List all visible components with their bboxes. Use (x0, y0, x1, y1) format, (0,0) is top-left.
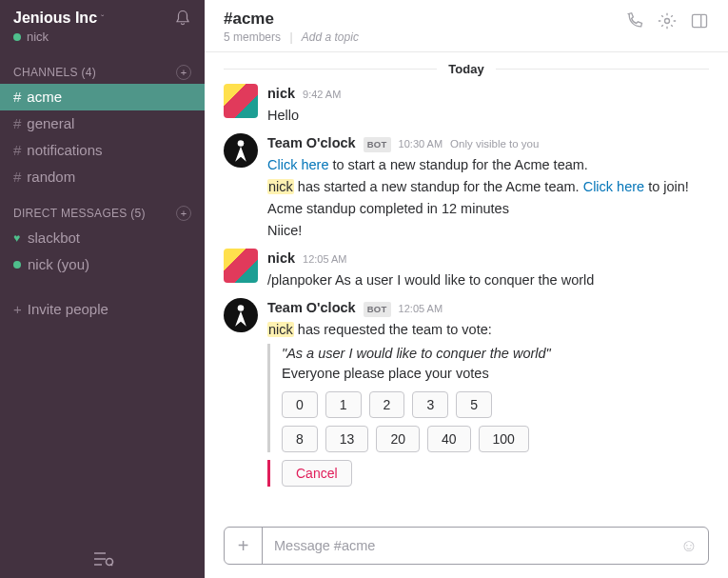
message-author[interactable]: nick (267, 84, 295, 104)
invite-label: Invite people (28, 301, 108, 317)
vote-button-5[interactable]: 5 (456, 391, 492, 418)
svg-rect-2 (693, 14, 707, 27)
gear-icon[interactable] (658, 11, 677, 30)
quick-switcher-icon[interactable] (91, 549, 114, 568)
attachment: "As a user I would like to conquer the w… (267, 344, 709, 452)
presence-dot-icon (13, 261, 21, 269)
channel-name[interactable]: #acme (224, 10, 359, 29)
messages-list: Today nick 9:42 AMHelloTeam O'clock BOT … (205, 52, 728, 527)
message-time: 12:05 AM (303, 252, 346, 268)
sidebar-current-user: nick (27, 30, 49, 44)
chevron-down-icon: ˇ (101, 14, 104, 25)
vote-button-20[interactable]: 20 (376, 426, 420, 452)
hash-icon: # (13, 112, 21, 135)
hash-icon: # (13, 86, 21, 109)
sidebar-dm-nick[interactable]: nick (you) (0, 251, 205, 278)
vote-button-40[interactable]: 40 (427, 426, 471, 452)
dm-count: (5) (130, 207, 146, 220)
channels-heading: CHANNELS (13, 66, 78, 79)
vote-button-0[interactable]: 0 (282, 391, 318, 418)
sidebar: Jenious Incˇ nick CHANNELS (4) + #acme#g… (0, 0, 205, 578)
message-time: 10:30 AM (399, 137, 443, 152)
vote-button-2[interactable]: 2 (369, 391, 405, 418)
mention[interactable]: nick (267, 179, 294, 194)
vote-button-13[interactable]: 13 (325, 426, 369, 452)
presence-dot-icon (13, 33, 21, 41)
message: Team O'clock BOT 10:30 AM Only visible t… (224, 133, 709, 241)
message-author[interactable]: nick (267, 249, 295, 269)
add-topic-button[interactable]: Add a topic (302, 30, 359, 44)
bot-badge: BOT (364, 302, 391, 317)
attachment: Cancel (267, 460, 709, 487)
sidebar-dm-slackbot[interactable]: ♥slackbot (0, 225, 205, 251)
message-text: Click here to start a new standup for th… (267, 155, 709, 175)
message-text: Niice! (267, 221, 709, 241)
team-name: Jenious Inc (13, 10, 97, 26)
ephemeral-label: Only visible to you (450, 136, 539, 152)
channels-count: (4) (81, 66, 96, 79)
attachment-quote: "As a user I would like to conquer the w… (282, 344, 709, 364)
hash-icon: # (13, 166, 21, 189)
dm-heading: DIRECT MESSAGES (13, 207, 128, 220)
cancel-button[interactable]: Cancel (282, 460, 352, 487)
message-link[interactable]: Click here (583, 179, 644, 194)
channel-label: general (27, 112, 74, 135)
vote-button-8[interactable]: 8 (282, 426, 318, 452)
main: #acme 5 members | Add a topic Today nick… (205, 0, 728, 578)
message-text: nick has requested the team to vote: (267, 320, 709, 340)
notifications-icon[interactable] (174, 10, 191, 27)
avatar (224, 133, 258, 168)
channel-header: #acme 5 members | Add a topic (205, 0, 728, 52)
plus-icon: + (13, 301, 22, 317)
members-count[interactable]: 5 members (224, 30, 281, 44)
message-author[interactable]: Team O'clock (267, 133, 356, 153)
avatar (224, 249, 258, 283)
channel-label: acme (27, 86, 62, 109)
phone-icon[interactable] (625, 11, 644, 30)
emoji-button[interactable]: ☺ (670, 536, 708, 556)
dm-label: slackbot (28, 227, 80, 249)
channel-label: random (27, 166, 75, 189)
vote-button-100[interactable]: 100 (479, 426, 529, 452)
sidebar-channel-notifications[interactable]: #notifications (0, 137, 205, 164)
sidebar-channel-general[interactable]: #general (0, 110, 205, 137)
message: nick 9:42 AMHello (224, 84, 709, 126)
team-switcher[interactable]: Jenious Incˇ (13, 10, 104, 27)
hash-icon: # (13, 139, 21, 162)
attach-button[interactable]: + (225, 528, 263, 564)
invite-people-button[interactable]: +Invite people (0, 297, 205, 321)
svg-point-4 (238, 305, 245, 311)
add-dm-button[interactable]: + (176, 206, 191, 221)
message: Team O'clock BOT 12:05 AMnick has reques… (224, 298, 709, 487)
side-panel-icon[interactable] (690, 11, 709, 30)
svg-point-3 (238, 140, 245, 147)
message-input[interactable] (263, 538, 670, 553)
message-time: 12:05 AM (399, 302, 443, 317)
avatar (224, 298, 258, 332)
message-text: nick has started a new standup for the A… (267, 177, 709, 197)
message-text: Acme standup completed in 12 minutes (267, 199, 709, 219)
svg-point-1 (665, 19, 670, 24)
message-text: Hello (267, 106, 709, 126)
attachment-text: Everyone please place your votes (282, 364, 709, 384)
channel-label: notifications (27, 139, 102, 162)
message: nick 12:05 AM/planpoker As a user I woul… (224, 249, 709, 290)
message-text: /planpoker As a user I would like to con… (267, 270, 709, 290)
bot-badge: BOT (364, 137, 391, 152)
sidebar-channel-random[interactable]: #random (0, 164, 205, 190)
vote-button-3[interactable]: 3 (412, 391, 448, 418)
sidebar-channel-acme[interactable]: #acme (0, 84, 205, 110)
message-time: 9:42 AM (303, 88, 341, 103)
day-divider: Today (437, 62, 495, 76)
mention[interactable]: nick (267, 322, 294, 337)
message-author[interactable]: Team O'clock (267, 298, 356, 318)
presence-heart-icon: ♥ (13, 234, 21, 242)
vote-button-1[interactable]: 1 (325, 391, 362, 418)
message-link[interactable]: Click here (267, 157, 328, 172)
add-channel-button[interactable]: + (176, 65, 191, 80)
avatar (224, 84, 258, 118)
dm-label: nick (you) (28, 253, 89, 276)
message-composer: + ☺ (224, 527, 709, 565)
